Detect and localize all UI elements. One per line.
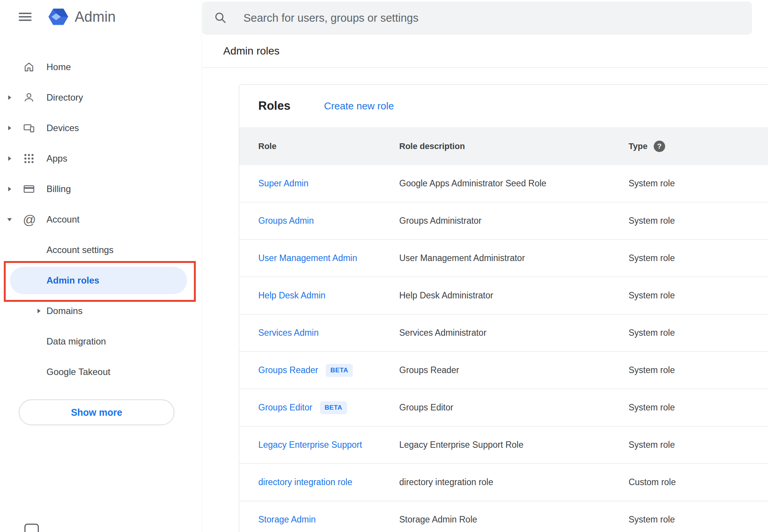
role-link[interactable]: Groups Editor <box>258 402 312 413</box>
sidebar-item-devices[interactable]: Devices <box>0 113 202 143</box>
brand-header: Admin <box>0 0 202 34</box>
role-link[interactable]: Legacy Enterprise Support <box>258 440 362 450</box>
role-description: directory integration role <box>399 477 629 487</box>
sidebar-item-label: Billing <box>46 184 71 194</box>
table-header-row: Role Role description Type ? <box>239 127 768 165</box>
account-at-icon: @ <box>19 213 46 226</box>
sidebar: Admin Home Directory <box>0 0 202 532</box>
chevron-down-icon[interactable] <box>0 218 19 222</box>
sidebar-item-apps[interactable]: Apps <box>0 143 202 174</box>
role-link[interactable]: Services Admin <box>258 328 319 338</box>
chevron-right-icon[interactable] <box>0 125 19 131</box>
role-type: Custom role <box>629 477 768 487</box>
role-link[interactable]: User Management Admin <box>258 253 357 263</box>
table-row: Groups Reader BETA Groups Reader System … <box>239 352 768 389</box>
sidebar-item-google-takeout[interactable]: Google Takeout <box>0 357 202 387</box>
role-link[interactable]: Storage Admin <box>258 514 316 525</box>
table-row: Super Admin Google Apps Administrator Se… <box>239 165 768 202</box>
sidebar-item-home[interactable]: Home <box>0 52 202 82</box>
sidebar-item-label: Google Takeout <box>46 367 110 377</box>
bottom-partial-icon <box>24 524 39 532</box>
roles-card: Roles Create new role Role Role descript… <box>239 84 768 532</box>
role-link[interactable]: Help Desk Admin <box>258 290 325 301</box>
menu-icon[interactable] <box>17 8 34 25</box>
role-type: System role <box>629 365 768 375</box>
role-description: Google Apps Administrator Seed Role <box>399 178 629 189</box>
role-description: Groups Editor <box>399 402 629 413</box>
sidebar-item-admin-roles[interactable]: Admin roles <box>0 265 202 296</box>
devices-icon <box>19 122 46 134</box>
home-icon <box>19 61 46 73</box>
role-type: System role <box>629 178 768 189</box>
role-description: Groups Reader <box>399 365 629 375</box>
search-icon <box>214 11 227 26</box>
create-new-role-link[interactable]: Create new role <box>324 100 394 112</box>
sidebar-nav: Home Directory <box>0 52 202 387</box>
chevron-right-icon[interactable] <box>0 95 19 100</box>
breadcrumb: Admin roles <box>223 45 280 57</box>
role-type: System role <box>629 328 768 338</box>
table-row: Help Desk Admin Help Desk Administrator … <box>239 277 768 314</box>
role-link[interactable]: Super Admin <box>258 178 309 189</box>
chevron-right-icon[interactable] <box>0 156 19 161</box>
search-bar[interactable] <box>202 2 752 35</box>
type-header-label: Type <box>629 141 648 151</box>
help-icon[interactable]: ? <box>654 141 665 152</box>
role-description: Help Desk Administrator <box>399 290 629 301</box>
sidebar-item-label: Admin roles <box>46 275 99 286</box>
google-admin-logo-icon <box>48 6 69 27</box>
role-type: System role <box>629 402 768 413</box>
header-divider <box>202 67 768 68</box>
sidebar-item-data-migration[interactable]: Data migration <box>0 326 202 357</box>
table-row: Legacy Enterprise Support Legacy Enterpr… <box>239 426 768 464</box>
beta-badge: BETA <box>326 364 353 377</box>
role-description: User Management Administrator <box>399 253 629 263</box>
table-row: Storage Admin Storage Admin Role System … <box>239 501 768 532</box>
sidebar-item-account-settings[interactable]: Account settings <box>0 235 202 265</box>
sidebar-item-label: Home <box>46 62 71 72</box>
role-link[interactable]: directory integration role <box>258 477 352 487</box>
card-header: Roles Create new role <box>239 85 768 127</box>
sidebar-item-billing[interactable]: Billing <box>0 174 202 204</box>
role-link[interactable]: Groups Reader <box>258 365 318 375</box>
role-type: System role <box>629 216 768 226</box>
column-header-type: Type ? <box>629 141 768 152</box>
table-row: Groups Admin Groups Administrator System… <box>239 202 768 240</box>
role-type: System role <box>629 290 768 301</box>
chevron-right-icon[interactable] <box>0 308 46 314</box>
beta-badge: BETA <box>320 401 347 414</box>
sidebar-item-label: Devices <box>46 123 79 133</box>
sidebar-item-account[interactable]: @ Account <box>0 204 202 235</box>
sidebar-item-label: Account <box>46 214 80 225</box>
table-row: Services Admin Services Administrator Sy… <box>239 314 768 352</box>
role-description: Services Administrator <box>399 328 629 338</box>
billing-card-icon <box>19 183 46 195</box>
role-type: System role <box>629 253 768 263</box>
column-header-role: Role <box>239 141 399 151</box>
sidebar-item-directory[interactable]: Directory <box>0 82 202 113</box>
sidebar-item-label: Directory <box>46 92 83 103</box>
role-description: Legacy Enterprise Support Role <box>399 440 629 450</box>
sidebar-item-label: Data migration <box>46 336 106 347</box>
sidebar-item-domains[interactable]: Domains <box>0 296 202 326</box>
table-row: User Management Admin User Management Ad… <box>239 240 768 277</box>
show-more-button[interactable]: Show more <box>19 399 174 425</box>
card-title: Roles <box>258 99 290 113</box>
app-title: Admin <box>75 9 116 25</box>
person-icon <box>19 91 46 104</box>
table-row: Groups Editor BETA Groups Editor System … <box>239 389 768 426</box>
role-type: System role <box>629 514 768 525</box>
role-description: Storage Admin Role <box>399 514 629 525</box>
chevron-right-icon[interactable] <box>0 186 19 192</box>
role-description: Groups Administrator <box>399 216 629 226</box>
sidebar-item-label: Domains <box>46 306 83 316</box>
apps-grid-icon <box>19 152 46 165</box>
column-header-description: Role description <box>399 141 629 151</box>
role-type: System role <box>629 440 768 450</box>
sidebar-item-label: Apps <box>46 153 67 164</box>
sidebar-item-label: Account settings <box>46 245 114 255</box>
role-link[interactable]: Groups Admin <box>258 216 314 226</box>
table-row: directory integration role directory int… <box>239 464 768 501</box>
search-input[interactable] <box>243 12 720 24</box>
